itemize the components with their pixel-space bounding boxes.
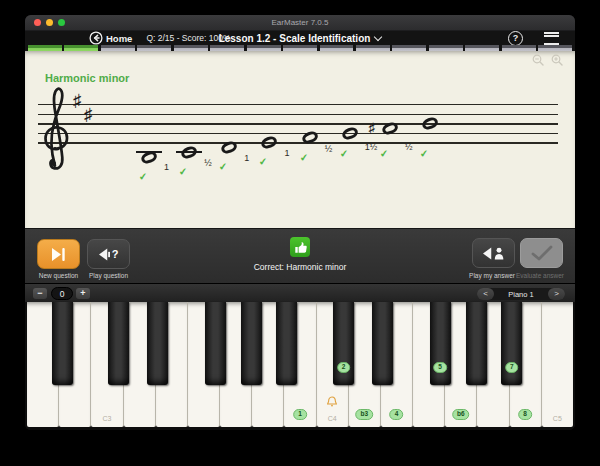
zoom-in-icon[interactable] (551, 54, 563, 66)
staff-line (38, 114, 558, 115)
play-question-button[interactable]: ? (87, 239, 130, 269)
evaluate-answer-button (520, 238, 563, 268)
menu-icon[interactable] (544, 32, 559, 45)
key-signature-sharp: ♯ (84, 106, 93, 123)
help-button[interactable]: ? (508, 31, 523, 46)
octave-value: 0 (51, 287, 73, 300)
lesson-title: Lesson 1.2 - Scale Identification (219, 33, 371, 44)
piano-key-A#3[interactable] (276, 302, 297, 385)
degree-badge: 1 (293, 409, 307, 421)
correct-check-icon: ✔ (139, 171, 148, 182)
thumbs-up-icon (290, 237, 310, 257)
question-glyph: ? (112, 248, 119, 260)
key-label: C5 (553, 415, 562, 422)
piano-key-A#2[interactable] (52, 302, 73, 385)
piano-key-G#4[interactable] (466, 302, 487, 385)
whole-note-E4 (260, 135, 279, 151)
zoom-out-icon[interactable] (532, 54, 544, 66)
instrument-selector: < Piano 1 > (477, 288, 565, 300)
key-label: C4 (328, 415, 337, 422)
speaker-icon (99, 248, 110, 261)
feedback-text: Correct: Harmonic minor (254, 262, 347, 272)
piano-key-F#4[interactable]: 5 (430, 302, 451, 385)
piano-key-A#4[interactable]: 7 (501, 302, 522, 385)
whole-note-B4 (421, 115, 440, 131)
degree-badge: 8 (518, 409, 532, 421)
staff-line (38, 142, 558, 143)
navbar: Home Q: 2/15 - Score: 100% Lesson 1.2 - … (25, 31, 575, 45)
bell-icon (327, 393, 337, 411)
sharp-accidental: ♯ (369, 121, 376, 134)
piano-key-C#4[interactable]: 2 (333, 302, 354, 385)
interval-label: 1 (244, 154, 249, 163)
degree-badge: 5 (433, 362, 447, 374)
piano-keyboard: C31C4b34b68C5 257 (25, 302, 575, 430)
piano-key-C5[interactable]: C5 (542, 302, 573, 427)
window-title: EarMaster 7.0.5 (25, 18, 575, 27)
scale-answer-label: Harmonic minor (45, 72, 129, 84)
whole-note-C#4 (180, 144, 199, 160)
instrument-next-button[interactable]: > (548, 288, 565, 300)
chevron-down-icon (374, 32, 382, 40)
piano-key-G#3[interactable] (241, 302, 262, 385)
degree-badge: 4 (390, 409, 404, 421)
correct-check-icon: ✔ (379, 149, 388, 160)
staff-line (38, 123, 558, 124)
correct-check-icon: ✔ (299, 152, 308, 163)
lesson-selector[interactable]: Lesson 1.2 - Scale Identification (25, 33, 575, 44)
piano-key-D#4[interactable] (372, 302, 393, 385)
new-question-button[interactable] (37, 239, 80, 269)
staff-line (38, 104, 558, 105)
check-icon (531, 245, 553, 261)
degree-badge: 2 (337, 362, 351, 374)
correct-check-icon: ✔ (259, 157, 268, 168)
octave-up-button[interactable]: + (76, 288, 90, 299)
correct-check-icon: ✔ (339, 149, 348, 160)
degree-badge: 7 (505, 362, 519, 374)
instrument-prev-button[interactable]: < (477, 288, 494, 300)
play-my-answer-button[interactable] (472, 238, 515, 268)
staff-area: Harmonic minor (25, 51, 575, 228)
correct-check-icon: ✔ (219, 162, 228, 173)
interval-label: 1 (164, 163, 169, 172)
interval-label: ½ (405, 143, 413, 152)
staff-line (38, 133, 558, 134)
titlebar: EarMaster 7.0.5 (25, 15, 575, 31)
instrument-label: Piano 1 (494, 290, 548, 299)
correct-check-icon: ✔ (179, 167, 188, 178)
correct-check-icon: ✔ (419, 149, 428, 160)
piano-key-F#3[interactable] (205, 302, 226, 385)
degree-badge: b6 (452, 409, 470, 421)
treble-clef-icon (38, 84, 74, 172)
play-question-label: Play question (79, 272, 139, 279)
interval-label: 1½ (365, 143, 378, 152)
piano-key-D#3[interactable] (147, 302, 168, 385)
app-window: EarMaster 7.0.5 Home Q: 2/15 - Score: 10… (25, 15, 575, 430)
key-signature-sharp: ♯ (73, 92, 82, 109)
whole-note-G4 (340, 125, 359, 141)
interval-label: ½ (204, 159, 212, 168)
skip-next-icon (52, 248, 66, 261)
piano-header: − 0 + < Piano 1 > (25, 283, 575, 303)
evaluate-answer-label: Evaluate answer (510, 272, 570, 279)
interval-label: ½ (325, 145, 333, 154)
answer-toolbar: New question ? Play question Correct: Ha… (25, 228, 575, 284)
degree-badge: b3 (356, 409, 374, 421)
speaker-person-icon (483, 247, 505, 260)
piano-key-C#3[interactable] (108, 302, 129, 385)
interval-label: 1 (284, 149, 289, 158)
key-label: C3 (102, 415, 111, 422)
octave-down-button[interactable]: − (33, 288, 47, 299)
